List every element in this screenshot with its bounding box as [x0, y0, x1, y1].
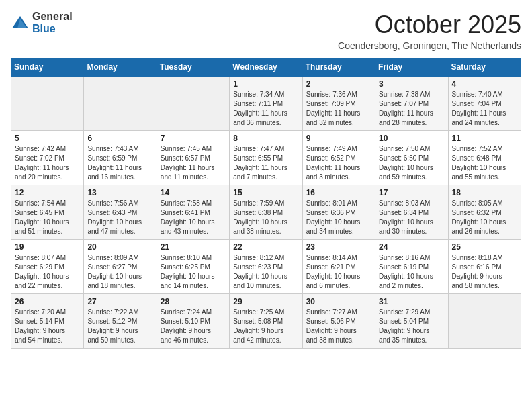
day-number: 19: [15, 242, 80, 252]
day-number: 20: [87, 242, 152, 252]
week-row-3: 12Sunrise: 7:54 AM Sunset: 6:45 PM Dayli…: [11, 185, 521, 240]
day-info: Sunrise: 7:36 AM Sunset: 7:09 PM Dayligh…: [306, 90, 371, 128]
day-cell: 7Sunrise: 7:45 AM Sunset: 6:57 PM Daylig…: [157, 131, 229, 185]
day-cell: 8Sunrise: 7:47 AM Sunset: 6:55 PM Daylig…: [230, 131, 302, 185]
day-number: 14: [161, 188, 226, 197]
day-cell: 17Sunrise: 8:03 AM Sunset: 6:34 PM Dayli…: [375, 185, 448, 240]
day-cell: [448, 294, 521, 349]
day-info: Sunrise: 7:43 AM Sunset: 6:59 PM Dayligh…: [87, 144, 152, 182]
day-cell: 9Sunrise: 7:49 AM Sunset: 6:52 PM Daylig…: [302, 131, 375, 185]
day-number: 6: [87, 134, 152, 143]
day-number: 1: [233, 79, 298, 89]
day-info: Sunrise: 7:50 AM Sunset: 6:50 PM Dayligh…: [379, 144, 444, 182]
day-cell: 21Sunrise: 8:10 AM Sunset: 6:25 PM Dayli…: [157, 240, 229, 294]
day-info: Sunrise: 7:27 AM Sunset: 5:06 PM Dayligh…: [306, 308, 371, 345]
day-number: 12: [15, 188, 80, 197]
day-info: Sunrise: 7:47 AM Sunset: 6:55 PM Dayligh…: [233, 144, 298, 182]
day-cell: 18Sunrise: 8:05 AM Sunset: 6:32 PM Dayli…: [448, 185, 521, 240]
header-tuesday: Tuesday: [157, 58, 229, 77]
day-info: Sunrise: 7:29 AM Sunset: 5:04 PM Dayligh…: [379, 308, 444, 345]
header-sunday: Sunday: [11, 58, 84, 77]
title-area: October 2025 Coendersborg, Groningen, Th…: [338, 11, 521, 51]
day-info: Sunrise: 7:34 AM Sunset: 7:11 PM Dayligh…: [233, 90, 298, 128]
day-number: 25: [452, 242, 517, 252]
header-wednesday: Wednesday: [230, 58, 302, 77]
day-info: Sunrise: 8:07 AM Sunset: 6:29 PM Dayligh…: [15, 253, 80, 291]
day-number: 26: [15, 297, 80, 306]
day-cell: 24Sunrise: 8:16 AM Sunset: 6:19 PM Dayli…: [375, 240, 448, 294]
day-cell: 15Sunrise: 7:59 AM Sunset: 6:38 PM Dayli…: [230, 185, 302, 240]
location-text: Coendersborg, Groningen, The Netherlands: [338, 40, 521, 51]
day-number: 22: [233, 242, 298, 252]
day-info: Sunrise: 7:24 AM Sunset: 5:10 PM Dayligh…: [161, 308, 226, 345]
week-row-4: 19Sunrise: 8:07 AM Sunset: 6:29 PM Dayli…: [11, 240, 521, 294]
calendar-header: SundayMondayTuesdayWednesdayThursdayFrid…: [11, 58, 521, 77]
day-info: Sunrise: 7:20 AM Sunset: 5:14 PM Dayligh…: [15, 308, 80, 345]
day-cell: 3Sunrise: 7:38 AM Sunset: 7:07 PM Daylig…: [375, 77, 448, 131]
day-cell: 14Sunrise: 7:58 AM Sunset: 6:41 PM Dayli…: [157, 185, 229, 240]
day-info: Sunrise: 8:14 AM Sunset: 6:21 PM Dayligh…: [306, 253, 371, 291]
day-number: 3: [379, 79, 444, 89]
day-number: 16: [306, 188, 371, 197]
day-cell: 19Sunrise: 8:07 AM Sunset: 6:29 PM Dayli…: [11, 240, 84, 294]
day-cell: [157, 77, 229, 131]
header-saturday: Saturday: [448, 58, 521, 77]
day-info: Sunrise: 8:03 AM Sunset: 6:34 PM Dayligh…: [379, 199, 444, 236]
logo-icon: [11, 13, 30, 32]
day-number: 7: [161, 134, 226, 143]
day-cell: 30Sunrise: 7:27 AM Sunset: 5:06 PM Dayli…: [302, 294, 375, 349]
header-monday: Monday: [84, 58, 157, 77]
day-info: Sunrise: 7:58 AM Sunset: 6:41 PM Dayligh…: [161, 199, 226, 236]
header-thursday: Thursday: [302, 58, 375, 77]
calendar-table: SundayMondayTuesdayWednesdayThursdayFrid…: [11, 58, 521, 349]
day-cell: 20Sunrise: 8:09 AM Sunset: 6:27 PM Dayli…: [84, 240, 157, 294]
calendar-body: 1Sunrise: 7:34 AM Sunset: 7:11 PM Daylig…: [11, 77, 521, 349]
page-header: General Blue October 2025 Coendersborg, …: [11, 11, 521, 51]
day-cell: 12Sunrise: 7:54 AM Sunset: 6:45 PM Dayli…: [11, 185, 84, 240]
day-cell: 31Sunrise: 7:29 AM Sunset: 5:04 PM Dayli…: [375, 294, 448, 349]
day-cell: 16Sunrise: 8:01 AM Sunset: 6:36 PM Dayli…: [302, 185, 375, 240]
week-row-2: 5Sunrise: 7:42 AM Sunset: 7:02 PM Daylig…: [11, 131, 521, 185]
day-info: Sunrise: 8:12 AM Sunset: 6:23 PM Dayligh…: [233, 253, 298, 291]
day-number: 23: [306, 242, 371, 252]
day-cell: [84, 77, 157, 131]
day-cell: 29Sunrise: 7:25 AM Sunset: 5:08 PM Dayli…: [230, 294, 302, 349]
logo-blue-text: Blue: [32, 23, 73, 35]
day-info: Sunrise: 8:18 AM Sunset: 6:16 PM Dayligh…: [452, 253, 517, 291]
day-number: 29: [233, 297, 298, 306]
logo-general-text: General: [32, 11, 73, 23]
day-number: 24: [379, 242, 444, 252]
day-number: 11: [452, 134, 517, 143]
day-cell: 22Sunrise: 8:12 AM Sunset: 6:23 PM Dayli…: [230, 240, 302, 294]
day-info: Sunrise: 8:01 AM Sunset: 6:36 PM Dayligh…: [306, 199, 371, 236]
day-number: 17: [379, 188, 444, 197]
day-info: Sunrise: 7:56 AM Sunset: 6:43 PM Dayligh…: [87, 199, 152, 236]
day-number: 4: [452, 79, 517, 89]
day-cell: 13Sunrise: 7:56 AM Sunset: 6:43 PM Dayli…: [84, 185, 157, 240]
day-cell: 2Sunrise: 7:36 AM Sunset: 7:09 PM Daylig…: [302, 77, 375, 131]
header-friday: Friday: [375, 58, 448, 77]
day-cell: 23Sunrise: 8:14 AM Sunset: 6:21 PM Dayli…: [302, 240, 375, 294]
day-info: Sunrise: 7:25 AM Sunset: 5:08 PM Dayligh…: [233, 308, 298, 345]
week-row-5: 26Sunrise: 7:20 AM Sunset: 5:14 PM Dayli…: [11, 294, 521, 349]
day-info: Sunrise: 8:09 AM Sunset: 6:27 PM Dayligh…: [87, 253, 152, 291]
day-number: 10: [379, 134, 444, 143]
day-info: Sunrise: 7:22 AM Sunset: 5:12 PM Dayligh…: [87, 308, 152, 345]
day-info: Sunrise: 8:05 AM Sunset: 6:32 PM Dayligh…: [452, 199, 517, 236]
day-info: Sunrise: 7:52 AM Sunset: 6:48 PM Dayligh…: [452, 144, 517, 182]
day-cell: 6Sunrise: 7:43 AM Sunset: 6:59 PM Daylig…: [84, 131, 157, 185]
day-number: 13: [87, 188, 152, 197]
day-cell: [11, 77, 84, 131]
week-row-1: 1Sunrise: 7:34 AM Sunset: 7:11 PM Daylig…: [11, 77, 521, 131]
day-cell: 11Sunrise: 7:52 AM Sunset: 6:48 PM Dayli…: [448, 131, 521, 185]
day-info: Sunrise: 8:16 AM Sunset: 6:19 PM Dayligh…: [379, 253, 444, 291]
day-info: Sunrise: 7:59 AM Sunset: 6:38 PM Dayligh…: [233, 199, 298, 236]
day-info: Sunrise: 8:10 AM Sunset: 6:25 PM Dayligh…: [161, 253, 226, 291]
day-cell: 27Sunrise: 7:22 AM Sunset: 5:12 PM Dayli…: [84, 294, 157, 349]
day-number: 5: [15, 134, 80, 143]
day-cell: 26Sunrise: 7:20 AM Sunset: 5:14 PM Dayli…: [11, 294, 84, 349]
day-cell: 1Sunrise: 7:34 AM Sunset: 7:11 PM Daylig…: [230, 77, 302, 131]
day-number: 31: [379, 297, 444, 306]
day-cell: 5Sunrise: 7:42 AM Sunset: 7:02 PM Daylig…: [11, 131, 84, 185]
day-number: 28: [161, 297, 226, 306]
